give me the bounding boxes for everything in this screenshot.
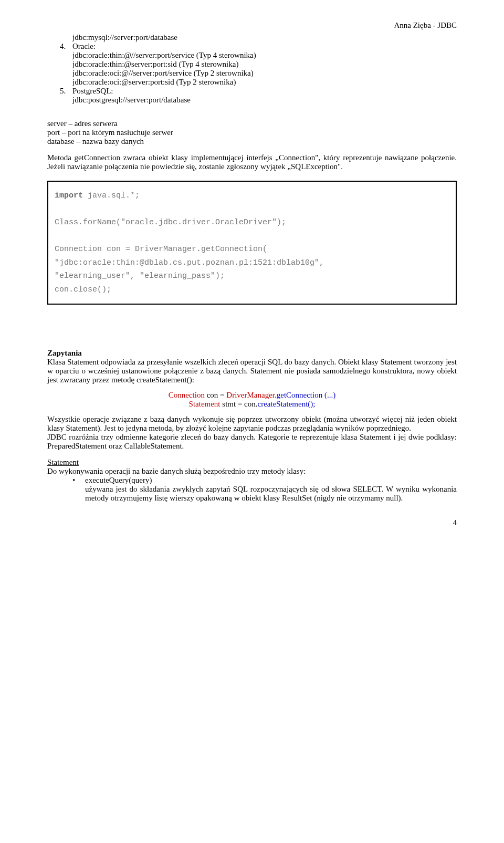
section-title-zapytania: Zapytania <box>47 349 457 358</box>
list-number: 5. <box>47 87 72 105</box>
code-block: import java.sql.*; Class.forName("oracle… <box>47 181 457 305</box>
list-body: Oracle: jdbc:oracle:thin:@//server:port/… <box>72 42 457 87</box>
page-header-author: Anna Zięba - JDBC <box>47 21 457 30</box>
list-number: 4. <box>47 42 72 87</box>
bullet-content: executeQuery(query) używana jest do skła… <box>85 476 457 503</box>
bullet-title-executequery: executeQuery(query) <box>85 476 457 485</box>
code-type-drivermanager: DriverManager <box>226 391 275 399</box>
bullet-item: • executeQuery(query) używana jest do sk… <box>47 476 457 503</box>
code-text: java.sql.*; <box>83 191 140 200</box>
code-keyword-import: import <box>55 191 83 200</box>
postgresql-label: PostgreSQL: <box>72 87 457 96</box>
bullet-description: używana jest do składania zwykłych zapyt… <box>85 485 457 503</box>
code-center-line-1: Connection con = DriverManager.getConnec… <box>47 391 457 400</box>
definition-server: server – adres serwera <box>47 119 457 128</box>
list-body: PostgreSQL: jdbc:postgresql://server:por… <box>72 87 457 105</box>
oracle-label: Oracle: <box>72 42 457 51</box>
paragraph-zapytania: Klasa Statement odpowiada za przesyłanie… <box>47 358 457 384</box>
code-line: con.close(); <box>55 285 111 294</box>
code-line: Connection con = DriverManager.getConnec… <box>55 245 267 254</box>
oracle-url-1: jdbc:oracle:thin:@//server:port/service … <box>72 51 457 60</box>
bullet-icon: • <box>72 476 85 503</box>
list-item-5: 5. PostgreSQL: jdbc:postgresql://server:… <box>47 87 457 105</box>
postgresql-url: jdbc:postgresql://server:port/database <box>72 96 457 105</box>
code-line: "jdbc:oracle:thin:@dblab.cs.put.poznan.p… <box>55 258 324 267</box>
oracle-url-4: jdbc:oracle:oci:@server:port:sid (Typ 2 … <box>72 78 457 87</box>
paragraph-getconnection: Metoda getConnection zwraca obiekt klasy… <box>47 153 457 171</box>
code-method: createStatement(); <box>258 400 316 408</box>
code-line: Class.forName("oracle.jdbc.driver.Oracle… <box>55 218 286 227</box>
list-item-4: 4. Oracle: jdbc:oracle:thin:@//server:po… <box>47 42 457 87</box>
definition-database: database – nazwa bazy danych <box>47 137 457 146</box>
statement-underline: Statement <box>47 458 79 466</box>
code-line: "elearning_user", "elearning_pass"); <box>55 272 225 280</box>
code-text: stmt = con. <box>220 400 258 408</box>
code-method: .getConnection (...) <box>275 391 335 399</box>
document-page: Anna Zięba - JDBC jdbc:mysql://server:po… <box>0 0 504 543</box>
code-type-statement: Statement <box>189 400 220 408</box>
page-number: 4 <box>47 518 457 527</box>
definition-port: port – port na którym nasłuchuje serwer <box>47 128 457 137</box>
oracle-url-3: jdbc:oracle:oci:@//server:port/service (… <box>72 69 457 78</box>
statement-intro: Do wykonywania operacji na bazie danych … <box>47 467 457 476</box>
code-text: con = <box>205 391 226 399</box>
oracle-url-2: jdbc:oracle:thin:@server:port:sid (Typ 4… <box>72 60 457 69</box>
paragraph-operations: Wszystkie operacje związane z bazą danyc… <box>47 415 457 433</box>
url-mysql: jdbc:mysql://server:port/database <box>47 33 457 42</box>
code-center-block: Connection con = DriverManager.getConnec… <box>47 391 457 409</box>
code-center-line-2: Statement stmt = con.createStatement(); <box>47 400 457 409</box>
paragraph-categories: JDBC rozróżnia trzy odmienne kategorie z… <box>47 433 457 451</box>
code-type-connection: Connection <box>169 391 205 399</box>
statement-heading: Statement <box>47 458 457 467</box>
